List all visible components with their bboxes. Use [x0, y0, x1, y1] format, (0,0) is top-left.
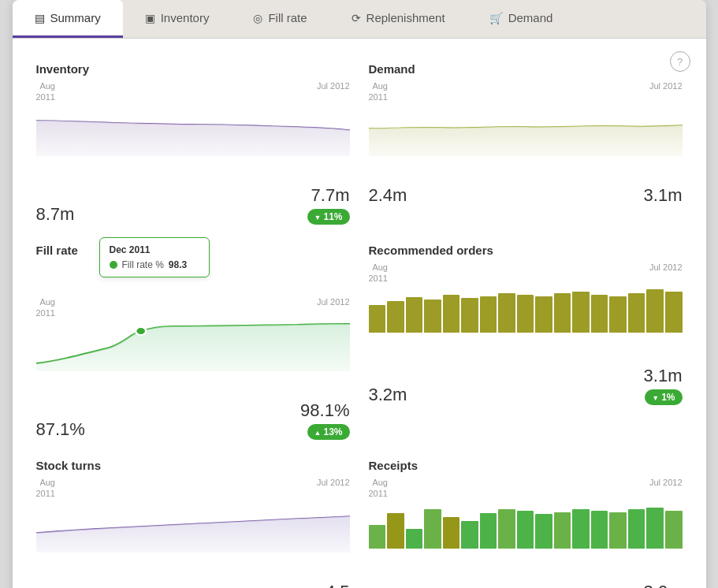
tab-fill-rate-label: Fill rate: [268, 11, 307, 24]
demand-svg: [369, 105, 683, 156]
demand-card: Demand Aug2011 Jul 2012: [369, 62, 683, 225]
tooltip-date: Dec 2011: [110, 244, 199, 255]
stock-turns-label-left: Aug2011: [36, 477, 55, 500]
fill-rate-label-left: Aug2011: [36, 296, 55, 319]
receipts-bar: [572, 509, 590, 549]
inventory-badge: 11%: [307, 209, 350, 225]
app-container: ▤ Summary ▣ Inventory ◎ Fill rate ⟳ Repl…: [13, 0, 706, 588]
receipts-bar: [480, 513, 497, 549]
rec-orders-values: 3.2m 3.1m 1%: [369, 366, 683, 405]
fill-rate-icon: ◎: [253, 12, 262, 24]
help-button[interactable]: ?: [670, 51, 690, 72]
fill-rate-values: 87.1% 98.1% 13%: [36, 400, 350, 440]
rec-orders-bar: [461, 298, 478, 333]
demand-chart-labels: Aug2011 Jul 2012: [369, 80, 683, 103]
rec-orders-val-right: 3.1m: [644, 366, 683, 386]
inventory-label-left: Aug2011: [36, 80, 55, 103]
demand-label-left: Aug2011: [369, 80, 388, 103]
rec-orders-chart-labels: Aug2011 Jul 2012: [369, 262, 683, 285]
tooltip-dot: [110, 261, 117, 269]
fill-rate-badge-text: 13%: [323, 426, 342, 437]
receipts-bar: [387, 513, 404, 549]
fill-rate-card: Fill rate Dec 2011 Fill rate % 98.3 Aug2…: [36, 244, 350, 441]
demand-label-right: Jul 2012: [649, 80, 683, 91]
demand-values: 2.4m 3.1m: [369, 185, 683, 206]
fill-rate-chart-labels: Aug2011 Jul 2012: [36, 296, 350, 319]
receipts-bar: [498, 509, 515, 549]
fill-rate-val-left: 87.1%: [36, 419, 85, 440]
tooltip-value: 98.3: [169, 259, 187, 270]
receipts-bars: [369, 501, 683, 549]
rec-orders-bar: [443, 295, 460, 333]
receipts-bar: [443, 517, 460, 549]
rec-orders-bars: [369, 285, 683, 333]
demand-val-left: 2.4m: [369, 185, 407, 206]
inventory-svg: [36, 105, 350, 156]
tab-replenishment[interactable]: ⟳ Replenishment: [329, 0, 467, 38]
receipts-bar: [628, 509, 645, 549]
tab-summary-label: Summary: [50, 11, 101, 24]
stock-turns-values: 4.0 4.5 13%: [36, 582, 350, 588]
stock-turns-chart-labels: Aug2011 Jul 2012: [36, 477, 350, 500]
main-content: ? Inventory Aug2011 Jul 2012: [13, 39, 706, 588]
stock-turns-chart: [36, 501, 350, 580]
receipts-title: Receipts: [369, 459, 683, 472]
rec-orders-badge-text: 1%: [661, 392, 675, 403]
tab-bar: ▤ Summary ▣ Inventory ◎ Fill rate ⟳ Repl…: [13, 0, 706, 39]
receipts-bar: [517, 511, 534, 549]
receipts-bar: [665, 511, 683, 549]
tab-demand-label: Demand: [508, 11, 553, 24]
receipts-chart: [369, 501, 683, 580]
rec-orders-bar: [554, 293, 571, 333]
tab-inventory-label: Inventory: [161, 11, 210, 24]
rec-orders-bar: [628, 293, 645, 333]
demand-title: Demand: [369, 62, 683, 76]
inventory-icon: ▣: [145, 12, 155, 24]
rec-orders-val-left: 3.2m: [369, 385, 407, 405]
receipts-bar: [646, 508, 664, 549]
stock-turns-label-right: Jul 2012: [317, 477, 350, 488]
inventory-chart-labels: Aug2011 Jul 2012: [36, 80, 350, 103]
rec-orders-bar: [535, 296, 552, 333]
inventory-badge-text: 11%: [323, 211, 342, 222]
fill-rate-tooltip: Dec 2011 Fill rate % 98.3: [99, 237, 210, 277]
rec-orders-bar: [517, 295, 534, 333]
inventory-card: Inventory Aug2011 Jul 2012: [36, 62, 350, 225]
dashboard-grid: Inventory Aug2011 Jul 2012: [36, 62, 683, 588]
rec-orders-bar: [646, 289, 664, 333]
summary-icon: ▤: [35, 12, 45, 24]
receipts-bar: [406, 529, 423, 549]
rec-orders-label-right: Jul 2012: [649, 262, 683, 273]
receipts-val-right: 3.0m: [644, 582, 683, 588]
fill-rate-label-right: Jul 2012: [317, 296, 350, 307]
tooltip-label: Fill rate %: [122, 259, 164, 270]
rec-orders-badge: 1%: [645, 389, 682, 405]
stock-turns-svg: [36, 501, 350, 553]
tab-inventory[interactable]: ▣ Inventory: [123, 0, 232, 38]
svg-point-0: [136, 327, 146, 335]
receipts-bar: [461, 521, 478, 549]
rec-orders-chart: [369, 285, 683, 364]
inventory-title: Inventory: [36, 62, 350, 76]
tab-demand[interactable]: 🛒 Demand: [467, 0, 575, 38]
rec-orders-bar: [406, 297, 423, 333]
inventory-val-right: 7.7m: [311, 185, 350, 206]
tab-summary[interactable]: ▤ Summary: [13, 0, 123, 38]
tab-replenishment-label: Replenishment: [366, 11, 445, 24]
rec-orders-bar: [369, 305, 386, 333]
inventory-chart: [36, 105, 350, 184]
tooltip-row: Fill rate % 98.3: [110, 259, 199, 270]
demand-val-right: 3.1m: [644, 185, 683, 206]
receipts-values: 3.2m 3.0m 5%: [369, 582, 683, 588]
receipts-label-left: Aug2011: [369, 477, 388, 500]
replenishment-icon: ⟳: [352, 12, 361, 24]
rec-orders-bar: [665, 292, 683, 333]
rec-orders-bar: [424, 300, 441, 333]
receipts-bar: [535, 514, 552, 549]
receipts-bar: [369, 525, 386, 549]
demand-icon: 🛒: [489, 12, 503, 24]
inventory-badge-arrow: [314, 211, 322, 222]
fill-rate-svg: [36, 320, 350, 371]
tab-fill-rate[interactable]: ◎ Fill rate: [231, 0, 329, 38]
rec-orders-bar: [609, 296, 627, 333]
